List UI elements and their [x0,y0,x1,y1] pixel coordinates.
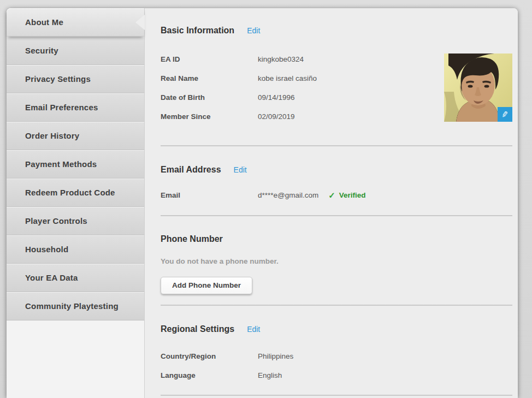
member-since-value: 02/09/2019 [258,112,295,121]
sidebar-item-player-controls[interactable]: Player Controls [7,207,144,235]
edit-avatar-button[interactable]: ✎ [498,107,512,122]
avatar: ✎ [444,54,512,122]
account-settings-page: About Me Security Privacy Settings Email… [0,0,532,398]
language-label: Language [161,371,258,380]
sidebar-item-label: Payment Methods [25,159,97,169]
email-address-section: Email Address Edit Email d****e@gmail.co… [161,145,512,215]
edit-email-link[interactable]: Edit [234,164,247,176]
language-row: Language English [161,371,512,380]
active-item-arrow-icon [135,15,145,30]
check-icon: ✓ [328,191,335,200]
settings-panel: About Me Security Privacy Settings Email… [7,8,518,398]
real-name-value: kobe israel casiño [258,74,317,83]
sidebar: About Me Security Privacy Settings Email… [7,8,145,398]
phone-number-section: Phone Number You do not have a phone num… [161,215,512,305]
email-label: Email [161,191,258,200]
ea-id-value: kingkobe0324 [258,55,304,64]
phone-number-header: Phone Number [161,233,512,245]
basic-information-section: Basic Information Edit EA ID kingkobe032… [161,8,512,145]
date-of-birth-value: 09/14/1996 [258,93,295,102]
country-region-value: Philippines [258,352,293,361]
content-tail [161,395,512,398]
sidebar-item-your-ea-data[interactable]: Your EA Data [7,264,144,292]
real-name-label: Real Name [161,74,258,83]
email-value: d****e@gmail.com [258,191,318,200]
ea-id-label: EA ID [161,55,258,64]
basic-information-header: Basic Information Edit [161,25,512,37]
add-phone-number-button[interactable]: Add Phone Number [161,277,252,294]
sidebar-item-community-playtesting[interactable]: Community Playtesting [7,292,144,320]
about-me-content: Basic Information Edit EA ID kingkobe032… [145,8,518,398]
sidebar-item-label: About Me [25,17,63,27]
sidebar-item-label: Household [25,245,68,254]
sidebar-item-security[interactable]: Security [7,37,144,65]
edit-basic-information-link[interactable]: Edit [247,25,260,37]
sidebar-item-privacy-settings[interactable]: Privacy Settings [7,65,144,93]
section-title: Basic Information [161,25,234,37]
sidebar-filler [7,320,144,398]
section-title: Phone Number [161,233,223,245]
sidebar-item-label: Community Playtesting [25,301,119,311]
sidebar-item-label: Your EA Data [25,273,78,282]
phone-empty-message: You do not have a phone number. [161,257,512,266]
member-since-label: Member Since [161,112,258,121]
sidebar-item-label: Order History [25,131,79,140]
verified-label: Verified [339,191,366,200]
pencil-icon: ✎ [501,110,509,119]
sidebar-item-payment-methods[interactable]: Payment Methods [7,150,144,179]
sidebar-item-label: Email Preferences [25,103,98,112]
regional-settings-header: Regional Settings Edit [161,323,512,335]
section-title: Regional Settings [161,323,234,335]
language-value: English [258,371,282,380]
country-region-label: Country/Region [161,352,258,361]
verified-badge: ✓ Verified [328,191,365,200]
section-title: Email Address [161,164,221,176]
sidebar-item-label: Redeem Product Code [25,188,115,197]
sidebar-item-household[interactable]: Household [7,235,144,264]
sidebar-item-email-preferences[interactable]: Email Preferences [7,93,144,122]
sidebar-item-about-me[interactable]: About Me [7,8,144,37]
email-row: Email d****e@gmail.com ✓ Verified [161,191,512,200]
regional-settings-section: Regional Settings Edit Country/Region Ph… [161,305,512,395]
sidebar-item-redeem-product-code[interactable]: Redeem Product Code [7,179,144,207]
sidebar-item-label: Security [25,46,58,55]
email-address-header: Email Address Edit [161,164,512,176]
date-of-birth-label: Date of Birth [161,93,258,102]
sidebar-item-order-history[interactable]: Order History [7,122,144,150]
sidebar-item-label: Privacy Settings [25,74,91,84]
country-region-row: Country/Region Philippines [161,352,512,361]
sidebar-item-label: Player Controls [25,216,87,225]
edit-regional-settings-link[interactable]: Edit [247,323,260,335]
